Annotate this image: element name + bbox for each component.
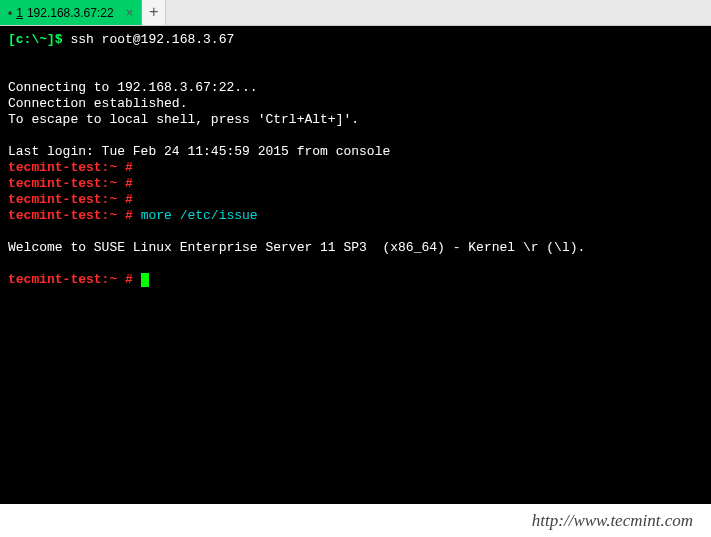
remote-prompt: tecmint-test:~ #: [8, 160, 133, 175]
output-line: Last login: Tue Feb 24 11:45:59 2015 fro…: [8, 144, 390, 159]
cursor-icon: [141, 273, 149, 287]
remote-prompt: tecmint-test:~ #: [8, 176, 133, 191]
tab-bar: • 1 192.168.3.67:22 × +: [0, 0, 711, 26]
close-icon[interactable]: ×: [126, 5, 134, 20]
tab-indicator-icon: •: [8, 6, 12, 20]
remote-prompt: tecmint-test:~ #: [8, 272, 133, 287]
output-line: Welcome to SUSE Linux Enterprise Server …: [8, 240, 585, 255]
output-line: To escape to local shell, press 'Ctrl+Al…: [8, 112, 359, 127]
terminal[interactable]: [c:\~]$ ssh root@192.168.3.67 Connecting…: [0, 26, 711, 504]
ssh-command: ssh root@192.168.3.67: [63, 32, 235, 47]
tab-title: 192.168.3.67:22: [27, 6, 114, 20]
tab-active[interactable]: • 1 192.168.3.67:22 ×: [0, 0, 142, 25]
output-line: Connecting to 192.168.3.67:22...: [8, 80, 258, 95]
remote-prompt: tecmint-test:~ #: [8, 208, 133, 223]
new-tab-button[interactable]: +: [142, 0, 166, 25]
remote-prompt: tecmint-test:~ #: [8, 192, 133, 207]
output-line: Connection established.: [8, 96, 187, 111]
tab-number: 1: [16, 6, 23, 20]
command-text: more /etc/issue: [133, 208, 258, 223]
local-prompt: [c:\~]$: [8, 32, 63, 47]
watermark: http://www.tecmint.com: [0, 504, 711, 537]
